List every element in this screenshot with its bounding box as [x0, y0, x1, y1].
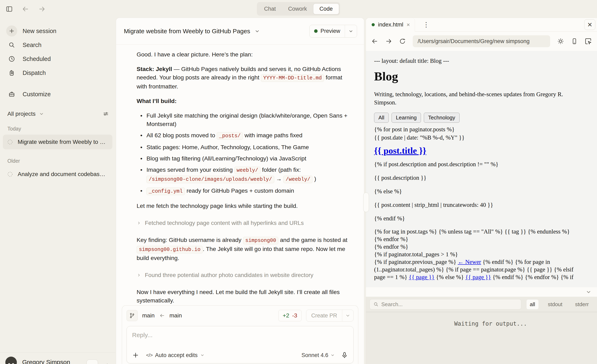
preview-link[interactable]: {{ post.title }}: [374, 146, 426, 156]
preview-panel: index.html × ⋮ ✕ /Users/grsair/Documents…: [366, 18, 597, 364]
microphone-icon[interactable]: [341, 352, 348, 359]
preview-line: {% for post in paginator.posts %}: [374, 125, 589, 133]
console-filter-all[interactable]: all: [526, 300, 538, 309]
attach-plus-icon[interactable]: [132, 352, 139, 359]
model-selector[interactable]: Sonnet 4.6: [301, 352, 335, 358]
reply-box[interactable]: </> Auto accept edits Sonnet 4.6: [126, 326, 353, 363]
preview-button[interactable]: Preview: [309, 25, 357, 38]
mobile-device-icon[interactable]: [571, 38, 578, 45]
preview-tag-button-all[interactable]: All: [374, 113, 389, 123]
bold-text: What I’ll build:: [137, 98, 177, 104]
inspect-cursor-icon[interactable]: [585, 38, 592, 45]
theme-sun-icon[interactable]: [557, 38, 564, 45]
inline-code: _posts/: [217, 132, 243, 140]
reload-icon[interactable]: [399, 38, 406, 45]
chat-paragraph: Good. I have a clear picture. Here’s the…: [137, 50, 350, 59]
back-arrow-icon[interactable]: [371, 38, 378, 45]
download-button[interactable]: ↓: [86, 359, 98, 364]
inline-code: simpsong00: [243, 237, 278, 244]
panel-resize-handle[interactable]: [363, 192, 369, 212]
git-branch-icon[interactable]: [126, 310, 138, 321]
preview-line: {% endif %}: [374, 214, 589, 222]
chevron-down-icon[interactable]: [345, 29, 357, 34]
inline-code: weebly/: [234, 167, 260, 174]
sidebar-item-scheduled[interactable]: Scheduled: [6, 52, 111, 66]
chevron-right-icon: [137, 221, 141, 225]
kebab-menu-icon[interactable]: ⋮: [423, 21, 429, 29]
tool-call-label: Fetched technology page content with all…: [145, 219, 304, 227]
preview-button-label: Preview: [321, 28, 345, 34]
preview-link[interactable]: ← Newer: [458, 258, 481, 265]
forward-arrow-icon[interactable]: [38, 5, 46, 13]
dashed-circle-icon: [7, 139, 13, 145]
bold-text: Stack: Jekyll: [137, 66, 172, 72]
console-output: Waiting for output...: [366, 312, 597, 364]
projects-filter-row[interactable]: All projects: [0, 111, 115, 117]
chevron-down-icon: [330, 353, 335, 357]
chat-bullet-item: Images served from your existing weebly/…: [137, 166, 350, 184]
mode-tab-cowork[interactable]: Cowork: [282, 4, 313, 14]
chat-bullet-item: Full Jekyll site matching the original d…: [137, 111, 350, 128]
sidebar-item-new-session[interactable]: New session: [6, 24, 111, 38]
reply-input[interactable]: [132, 332, 348, 344]
chat-paragraph: Stack: Jekyll — GitHub Pages natively bu…: [137, 65, 350, 91]
session-item[interactable]: Analyze and document codebase over…: [3, 167, 112, 182]
chat-bullet-item: _config.yml ready for GitHub Pages + cus…: [137, 187, 350, 196]
forward-arrow-icon[interactable]: [385, 38, 392, 45]
tool-call-row[interactable]: Fetched technology page content with all…: [137, 219, 350, 227]
inline-code: YYYY-MM-DD-title.md: [261, 74, 324, 82]
preview-line: {% if paginator.previous_page %} ← Newer…: [374, 258, 589, 266]
console-filter-stdout[interactable]: stdout: [545, 300, 566, 309]
url-field[interactable]: /Users/grsair/Documents/Greg/new simpson…: [413, 35, 550, 47]
preview-tag-button-learning[interactable]: Learning: [392, 113, 421, 123]
sidebar-toggle-icon[interactable]: [6, 6, 13, 13]
sidebar-nav: New sessionSearchScheduledDispatchCustom…: [0, 18, 115, 101]
back-arrow-icon[interactable]: [22, 5, 29, 13]
session-title: Migrate website from Weebly to GitHub Pa…: [124, 28, 250, 35]
app-window: ChatCoworkCode New sessionSearchSchedule…: [0, 0, 597, 364]
preview-line: {% endfor %}: [374, 243, 589, 250]
preview-line: {{ post.title }}: [374, 146, 589, 156]
git-bar: main main +2 -3 Create PR: [126, 310, 353, 322]
chevron-down-icon[interactable]: [342, 313, 353, 318]
rendered-page: --- layout: default title: Blog ---BlogW…: [366, 51, 597, 287]
projects-filter-label: All projects: [8, 111, 36, 117]
diff-additions: +2: [283, 312, 289, 319]
console-filter-stderr[interactable]: stderr: [572, 300, 592, 309]
diff-stats[interactable]: +2 -3: [278, 310, 302, 321]
preview-line: {% endfor %}: [374, 235, 589, 243]
diff-deletions: -3: [292, 312, 297, 319]
preview-line: {% if paginator.total_pages > 1 %}: [374, 250, 589, 258]
preview-tag-button-technology[interactable]: Technology: [424, 113, 460, 123]
sidebar-item-customize[interactable]: Customize: [6, 87, 111, 101]
mode-tab-chat[interactable]: Chat: [258, 4, 282, 14]
sidebar-item-dispatch[interactable]: Dispatch: [6, 66, 111, 80]
chevron-up-icon[interactable]: [105, 362, 110, 364]
session-item[interactable]: Migrate website from Weebly to GitHu…: [3, 135, 112, 149]
tool-call-row[interactable]: Found three potential author photo candi…: [137, 271, 350, 279]
tab-close-icon[interactable]: ×: [407, 22, 410, 28]
tab-index-html[interactable]: index.html ×: [366, 18, 415, 32]
composer: main main +2 -3 Create PR: [122, 305, 358, 364]
chat-bullet-item: All 62 blog posts moved to _posts/ with …: [137, 131, 350, 140]
console-collapse-strip: [366, 287, 597, 297]
console-search[interactable]: [369, 299, 521, 309]
account-row[interactable]: Gregory Simpson ↓: [0, 352, 115, 364]
panel-close-button[interactable]: ✕: [584, 19, 595, 30]
preview-line: {{ post.date | date: "%B %-d, %Y" }}: [374, 133, 589, 142]
preview-link[interactable]: {{ page }}: [409, 274, 434, 280]
chevron-down-icon[interactable]: [254, 28, 260, 34]
browser-toolbar: /Users/grsair/Documents/Greg/new simpson…: [366, 32, 597, 51]
green-status-dot: [314, 29, 318, 33]
chevron-down-icon[interactable]: [586, 289, 592, 295]
console-search-input[interactable]: [381, 301, 517, 308]
mode-tab-code[interactable]: Code: [313, 3, 339, 14]
preview-tab-bar: index.html × ⋮ ✕: [366, 18, 597, 32]
preview-link[interactable]: {{ page }}: [465, 274, 491, 280]
sidebar: New sessionSearchScheduledDispatchCustom…: [0, 18, 115, 364]
sidebar-item-search[interactable]: Search: [6, 38, 111, 52]
create-pr-button[interactable]: Create PR: [306, 310, 353, 322]
preview-line: {% for tag in post.tags %} {% unless tag…: [374, 228, 589, 235]
auto-accept-toggle[interactable]: </> Auto accept edits: [146, 352, 205, 358]
filter-sliders-icon[interactable]: [102, 111, 109, 117]
